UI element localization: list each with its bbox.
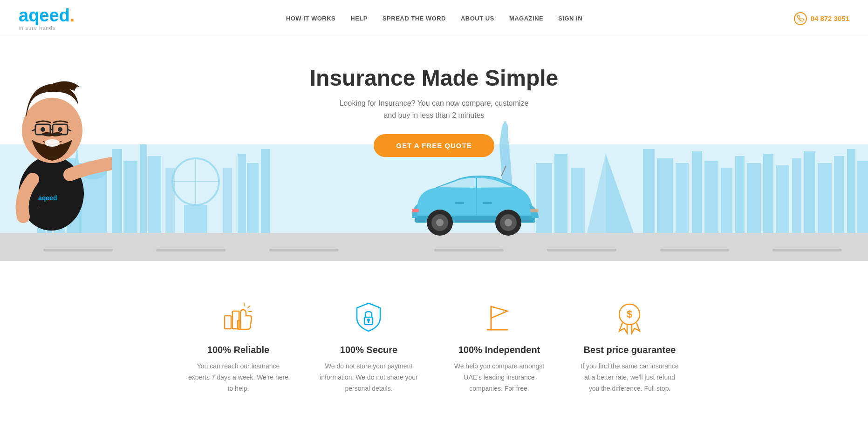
character-illustration: aqeed . <box>0 58 112 235</box>
road-line <box>547 249 616 251</box>
svg-rect-39 <box>834 156 844 233</box>
svg-rect-18 <box>223 168 232 233</box>
road-line <box>43 249 113 251</box>
svg-rect-16 <box>184 205 207 233</box>
svg-rect-9 <box>112 149 122 233</box>
svg-rect-19 <box>238 154 246 233</box>
road-line <box>772 249 842 251</box>
svg-rect-32 <box>735 156 745 233</box>
logo-text: aqeed. <box>19 7 75 24</box>
svg-rect-62 <box>412 209 419 212</box>
svg-rect-38 <box>818 163 832 233</box>
svg-line-63 <box>501 166 506 176</box>
svg-rect-36 <box>792 158 801 233</box>
reliable-title: 100% Reliable <box>187 345 290 355</box>
car-illustration <box>408 162 539 237</box>
svg-point-69 <box>505 219 512 226</box>
nav-about-us[interactable]: ABOUT US <box>461 15 494 22</box>
svg-rect-78 <box>368 321 369 323</box>
reliable-desc: You can reach our insurance experts 7 da… <box>187 361 290 394</box>
hero-title: Insurance Made Simple <box>0 65 868 91</box>
features-section: 100% Reliable You can reach our insuranc… <box>0 261 868 428</box>
nav-sign-in[interactable]: SIGN IN <box>558 15 582 22</box>
svg-rect-17 <box>165 168 175 233</box>
svg-line-74 <box>248 306 250 308</box>
svg-rect-10 <box>123 161 137 233</box>
hero-subtitle: Looking for Insurance? You can now compa… <box>0 97 868 121</box>
nav-help[interactable]: HELP <box>350 15 368 22</box>
svg-text:$: $ <box>627 308 632 320</box>
road-line <box>156 249 226 251</box>
svg-point-53 <box>45 139 60 147</box>
svg-rect-31 <box>721 168 732 233</box>
svg-rect-59 <box>483 202 492 204</box>
main-nav: HOW IT WORKS HELP SPREAD THE WORD ABOUT … <box>286 15 582 22</box>
feature-best-price: $ Best price guarantee If you find the s… <box>579 298 681 394</box>
get-quote-button[interactable]: GET A FREE QUOTE <box>374 134 494 157</box>
road-line <box>434 249 504 251</box>
independent-title: 100% Independent <box>448 345 551 355</box>
feature-secure: 100% Secure We do not store your payment… <box>318 298 420 394</box>
svg-rect-37 <box>804 151 815 233</box>
svg-point-66 <box>436 219 444 226</box>
svg-rect-21 <box>261 149 270 233</box>
svg-rect-70 <box>225 316 231 329</box>
nav-spread-the-word[interactable]: SPREAD THE WORD <box>383 15 446 22</box>
best-price-title: Best price guarantee <box>579 345 681 355</box>
best-price-icon: $ <box>611 298 649 335</box>
svg-rect-29 <box>692 151 702 233</box>
logo-tagline: in sure hands <box>19 25 55 31</box>
svg-rect-40 <box>847 149 855 233</box>
svg-rect-24 <box>554 154 567 233</box>
svg-text:.: . <box>38 203 40 207</box>
svg-rect-41 <box>857 161 868 233</box>
road-line <box>660 249 729 251</box>
svg-rect-25 <box>571 168 585 233</box>
secure-desc: We do not store your payment information… <box>318 361 420 394</box>
svg-rect-35 <box>776 165 789 233</box>
svg-rect-20 <box>247 163 259 233</box>
secure-title: 100% Secure <box>318 345 420 355</box>
nav-how-it-works[interactable]: HOW IT WORKS <box>286 15 335 22</box>
nav-magazine[interactable]: MAGAZINE <box>509 15 543 22</box>
hero-section: Insurance Made Simple Looking for Insura… <box>0 37 868 261</box>
svg-rect-33 <box>747 163 761 233</box>
svg-rect-28 <box>676 163 689 233</box>
svg-rect-11 <box>140 144 147 233</box>
feature-independent: 100% Independent We help you compare amo… <box>448 298 551 394</box>
secure-icon <box>350 298 388 335</box>
phone-wrap[interactable]: 04 872 3051 <box>794 12 849 25</box>
svg-point-52 <box>58 127 62 132</box>
svg-rect-34 <box>763 154 773 233</box>
svg-rect-30 <box>704 161 718 233</box>
hero-text: Insurance Made Simple Looking for Insura… <box>0 37 868 157</box>
reliable-icon <box>220 298 257 335</box>
svg-text:aqeed: aqeed <box>38 194 57 202</box>
phone-number: 04 872 3051 <box>811 14 849 22</box>
svg-rect-61 <box>530 209 539 212</box>
svg-point-51 <box>41 127 45 132</box>
independent-desc: We help you compare amongst UAE's leadin… <box>448 361 551 394</box>
svg-rect-12 <box>148 156 161 233</box>
independent-icon <box>481 298 518 335</box>
feature-reliable: 100% Reliable You can reach our insuranc… <box>187 298 290 394</box>
road-line <box>269 249 339 251</box>
svg-rect-58 <box>455 202 464 204</box>
phone-icon <box>794 12 807 25</box>
logo[interactable]: aqeed. in sure hands <box>19 7 75 31</box>
header: aqeed. in sure hands HOW IT WORKS HELP S… <box>0 0 868 37</box>
best-price-desc: If you find the same car insurance at a … <box>579 361 681 394</box>
svg-rect-26 <box>643 149 655 233</box>
svg-rect-27 <box>657 158 673 233</box>
